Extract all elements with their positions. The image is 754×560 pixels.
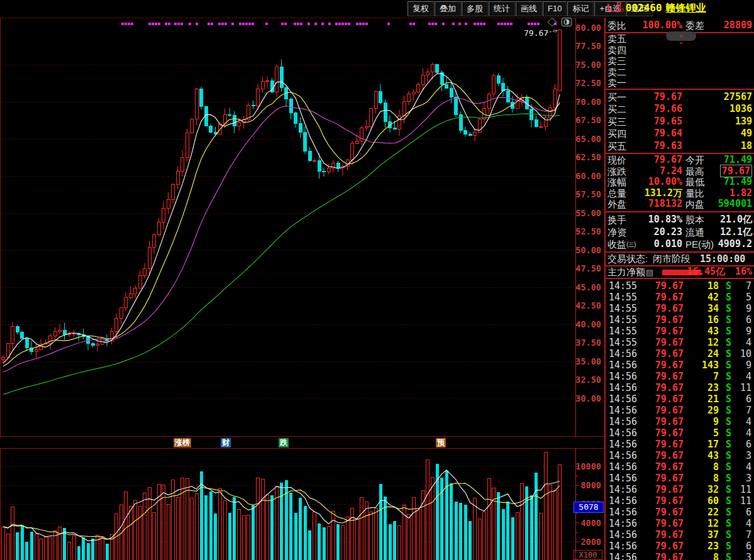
value-1: 718132 <box>648 199 682 210</box>
trade-row: 14:5679.679S4 <box>606 416 754 427</box>
price-gridlines <box>0 18 606 437</box>
weibi-label: 委比 <box>607 19 626 32</box>
trade-row: 14:5679.6760S11 <box>606 495 754 507</box>
list-icon[interactable]: ▤ <box>646 267 653 278</box>
layout-toggle-icon <box>562 18 572 26</box>
ask-level-3[interactable]: 卖三 <box>606 55 754 67</box>
price-axis: 80.0077.5075.0072.5070.0067.5065.0062.50… <box>575 23 601 404</box>
weicha-value: 28809 <box>724 19 752 32</box>
bid-level-2[interactable]: 买二79.661036 <box>606 103 754 116</box>
divider <box>606 89 754 90</box>
value-2: 71.49 <box>724 177 752 188</box>
label: 买二 <box>607 103 626 116</box>
bid-level-1[interactable]: 买一79.6727567 <box>606 91 754 104</box>
toolbar-button-统计[interactable]: 统计 <box>489 1 515 16</box>
svg-text:67.50: 67.50 <box>575 115 601 125</box>
trade-row: 14:5579.6718S7 <box>606 280 754 292</box>
ask-level-4[interactable]: 卖四 <box>606 45 754 56</box>
candlestick-chart[interactable]: 80.0077.5075.0072.5070.0067.5065.0062.50… <box>0 18 606 437</box>
event-badge-预[interactable]: 预 <box>436 438 446 447</box>
ask-level-5[interactable]: 卖五 <box>606 33 754 45</box>
label-2: PE(动) <box>685 238 714 251</box>
svg-text:77.50: 77.50 <box>575 41 601 51</box>
trade-row: 14:5679.678S4 <box>606 461 754 473</box>
main-net-row[interactable]: 主力净额 ▤ 16.45亿 16% <box>606 266 754 277</box>
label-2: 股本 <box>685 214 704 226</box>
bid-level-3[interactable]: 买三79.65139 <box>606 116 754 128</box>
svg-text:70.00: 70.00 <box>575 97 601 107</box>
svg-text:72.50: 72.50 <box>575 78 601 88</box>
event-badge-涨榜[interactable]: 涨榜 <box>174 438 191 447</box>
divider <box>606 278 754 279</box>
trade-row: 14:5679.67143S9 <box>606 360 754 371</box>
svg-text:47.50: 47.50 <box>575 263 601 273</box>
toolbar-button-复权[interactable]: 复权 <box>407 1 434 16</box>
value-2: 1036 <box>729 103 752 116</box>
label: 卖三 <box>607 55 626 67</box>
svg-text:10000: 10000 <box>575 461 601 471</box>
value-1: 79.66 <box>654 103 682 116</box>
loan-flag: L <box>607 3 613 13</box>
trade-row: 14:5679.6724S10 <box>606 348 754 360</box>
label: 卖一 <box>607 77 626 89</box>
label: 买四 <box>607 128 626 140</box>
bid-level-5[interactable]: 买五79.6318 <box>606 140 754 153</box>
trading-status-time: 15:00:00 <box>700 253 745 265</box>
trade-row: 14:5679.6717S6 <box>606 439 754 450</box>
svg-text:62.50: 62.50 <box>575 152 601 162</box>
tdx-trading-window: 复权叠加多股统计画线F10标记+自选返回 LR300002460赣锋锂业 80.… <box>0 0 754 560</box>
trade-row: 14:5679.6721S6 <box>606 393 754 405</box>
label: 买五 <box>607 140 626 153</box>
svg-text:4000: 4000 <box>580 518 601 528</box>
toolbar-button-多股[interactable]: 多股 <box>462 1 488 16</box>
stock-name[interactable]: 赣锋锂业 <box>666 3 706 13</box>
label: 卖四 <box>607 45 626 56</box>
value-2: 27567 <box>724 91 752 104</box>
value-1: 10.00% <box>648 177 682 188</box>
stat-row-涨幅: 涨幅10.00%最低71.49 <box>606 177 754 188</box>
trade-row: 14:5579.6743S9 <box>606 326 754 337</box>
event-badge-财[interactable]: 财 <box>221 438 231 447</box>
trade-row: 14:5679.6729S7 <box>606 405 754 416</box>
label-2: 今开 <box>685 155 704 166</box>
value-1: 0.010 <box>654 238 682 251</box>
label-2: 量比 <box>685 188 704 199</box>
divider <box>606 251 754 253</box>
divider <box>606 211 754 212</box>
label-2: 内盘 <box>685 199 704 210</box>
volume-chart[interactable]: 100008000600040002000 <box>0 448 606 560</box>
label-2: 最高 <box>685 166 704 177</box>
value-1: 79.65 <box>654 116 682 128</box>
label: 涨幅 <box>607 177 626 188</box>
trade-row: 14:5679.677S4 <box>606 371 754 382</box>
svg-text:60.00: 60.00 <box>575 171 601 181</box>
svg-text:8000: 8000 <box>580 480 601 490</box>
label-2: 最低 <box>685 177 704 188</box>
value-1: 10.83% <box>648 214 682 226</box>
svg-text:57.50: 57.50 <box>575 189 601 199</box>
toolbar-button-标记[interactable]: 标记 <box>567 1 594 16</box>
svg-text:75.00: 75.00 <box>575 60 601 70</box>
toolbar-button-F10[interactable]: F10 <box>543 1 567 16</box>
trade-row: 14:5679.6723S6 <box>606 541 754 552</box>
value-1: 20.23 <box>654 226 682 239</box>
ma10-line <box>3 82 560 366</box>
value-2: 49 <box>741 128 752 140</box>
bid-level-4[interactable]: 买四79.6449 <box>606 128 754 140</box>
value-2: 1.82 <box>729 188 752 199</box>
event-badge-跌[interactable]: 跌 <box>279 438 289 447</box>
label: 外盘 <box>607 199 626 210</box>
volume-unit-label: X100 <box>574 550 602 560</box>
ask-level-1[interactable]: 卖一 <box>606 77 754 89</box>
trade-row: 14:5679.675S4 <box>606 427 754 439</box>
ma60-line <box>3 114 560 395</box>
value-1: 79.64 <box>654 128 682 140</box>
value-2: 12.1亿 <box>720 226 752 239</box>
ask-level-2[interactable]: 卖二 <box>606 67 754 78</box>
svg-text:52.50: 52.50 <box>575 226 601 236</box>
toolbar-button-画线[interactable]: 画线 <box>516 1 542 16</box>
value-2: 594001 <box>718 199 752 210</box>
toolbar-button-叠加[interactable]: 叠加 <box>435 1 461 16</box>
weicha-label: 委差 <box>685 19 704 32</box>
stat-row-收益㈢: 收益㈢0.010PE(动)4909.2 <box>606 238 754 251</box>
